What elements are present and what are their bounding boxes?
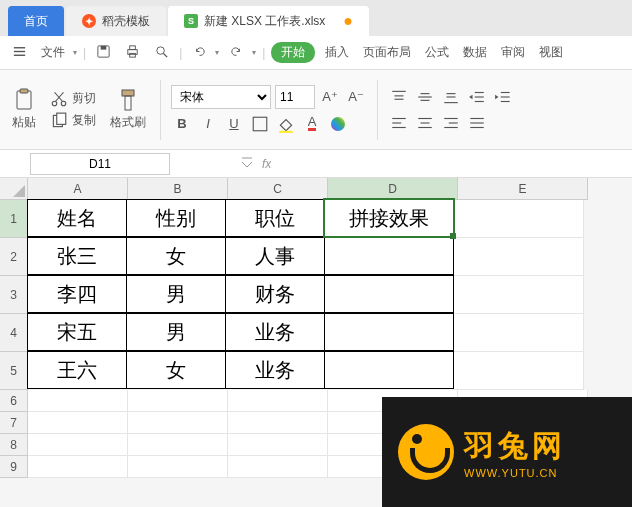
tab-template[interactable]: ✦ 稻壳模板 [66,6,166,36]
menu-view[interactable]: 视图 [535,42,567,63]
italic-button[interactable]: I [197,113,219,135]
theme-color-button[interactable] [327,113,349,135]
cell[interactable] [454,238,584,276]
row-header[interactable]: 3 [0,276,28,314]
menu-start[interactable]: 开始 [271,42,315,63]
tab-home[interactable]: 首页 [8,6,64,36]
save-icon[interactable] [92,42,115,64]
cell[interactable] [324,237,454,275]
align-middle-icon[interactable] [414,86,436,108]
increase-font-icon[interactable]: A⁺ [319,86,341,108]
print-icon[interactable] [121,42,144,64]
format-painter-button[interactable]: 格式刷 [106,86,150,133]
font-select[interactable]: 宋体 [171,85,271,109]
justify-icon[interactable] [466,112,488,134]
cell[interactable] [454,352,584,390]
align-center-icon[interactable] [414,112,436,134]
preview-icon[interactable] [150,42,173,64]
cell[interactable]: 女 [126,351,226,389]
cell[interactable]: 王六 [27,351,127,389]
row-header[interactable]: 7 [0,412,28,434]
border-button[interactable] [249,113,271,135]
row-header[interactable]: 8 [0,434,28,456]
align-right-icon[interactable] [440,112,462,134]
row-header[interactable]: 9 [0,456,28,478]
cell[interactable] [454,276,584,314]
cell[interactable]: 财务 [225,275,325,313]
cell[interactable] [128,412,228,434]
row-header[interactable]: 2 [0,238,28,276]
cell[interactable]: 姓名 [27,199,127,237]
column-header[interactable]: D [328,178,458,200]
row-header[interactable]: 1 [0,200,28,238]
cell[interactable]: 宋五 [27,313,127,351]
cell[interactable]: 人事 [225,237,325,275]
decrease-font-icon[interactable]: A⁻ [345,86,367,108]
cell[interactable]: 张三 [27,237,127,275]
cell[interactable] [128,456,228,478]
column-header[interactable]: C [228,178,328,200]
undo-icon[interactable] [188,42,211,64]
row-header[interactable]: 5 [0,352,28,390]
cell[interactable] [324,351,454,389]
cell[interactable] [454,314,584,352]
column-header[interactable]: E [458,178,588,200]
cell[interactable]: 职位 [225,199,325,237]
cell[interactable]: 女 [126,237,226,275]
cell[interactable] [324,275,454,313]
cell[interactable] [228,412,328,434]
menu-insert[interactable]: 插入 [321,42,353,63]
svg-line-16 [56,92,64,101]
indent-increase-icon[interactable] [492,86,514,108]
cell[interactable] [28,412,128,434]
dropdown-icon[interactable] [240,155,254,172]
column-header[interactable]: B [128,178,228,200]
cell[interactable] [228,434,328,456]
cell[interactable] [28,434,128,456]
align-bottom-icon[interactable] [440,86,462,108]
cell[interactable]: 性别 [126,199,226,237]
formula-input[interactable] [271,153,632,175]
cell[interactable] [228,456,328,478]
cell[interactable]: 男 [126,313,226,351]
tab-file[interactable]: S 新建 XLSX 工作表.xlsx ● [168,6,369,36]
select-all-corner[interactable] [0,178,28,200]
fx-label[interactable]: fx [262,157,271,171]
app-menu-icon[interactable] [8,42,31,64]
cell[interactable]: 拼接效果 [324,199,454,237]
svg-rect-19 [57,113,66,124]
align-top-icon[interactable] [388,86,410,108]
row-header[interactable]: 6 [0,390,28,412]
cell[interactable]: 业务 [225,313,325,351]
cell[interactable]: 李四 [27,275,127,313]
font-color-button[interactable]: A [301,113,323,135]
indent-decrease-icon[interactable] [466,86,488,108]
flame-icon: ✦ [82,14,96,28]
fill-color-button[interactable] [275,113,297,135]
cell[interactable] [454,200,584,238]
row-header[interactable]: 4 [0,314,28,352]
font-size-input[interactable] [275,85,315,109]
redo-icon[interactable] [225,42,248,64]
cell[interactable]: 男 [126,275,226,313]
cell[interactable] [324,313,454,351]
cell[interactable] [128,434,228,456]
column-header[interactable]: A [28,178,128,200]
bold-button[interactable]: B [171,113,193,135]
menu-formula[interactable]: 公式 [421,42,453,63]
cut-button[interactable]: 剪切 [50,90,96,108]
menu-pagelayout[interactable]: 页面布局 [359,42,415,63]
cell[interactable] [28,390,128,412]
cell[interactable] [228,390,328,412]
name-box[interactable] [30,153,170,175]
align-left-icon[interactable] [388,112,410,134]
paste-button[interactable]: 粘贴 [8,86,40,133]
menu-data[interactable]: 数据 [459,42,491,63]
cell[interactable]: 业务 [225,351,325,389]
cell[interactable] [128,390,228,412]
copy-button[interactable]: 复制 [50,112,96,130]
file-menu[interactable]: 文件 [37,42,69,63]
menu-review[interactable]: 审阅 [497,42,529,63]
cell[interactable] [28,456,128,478]
underline-button[interactable]: U [223,113,245,135]
